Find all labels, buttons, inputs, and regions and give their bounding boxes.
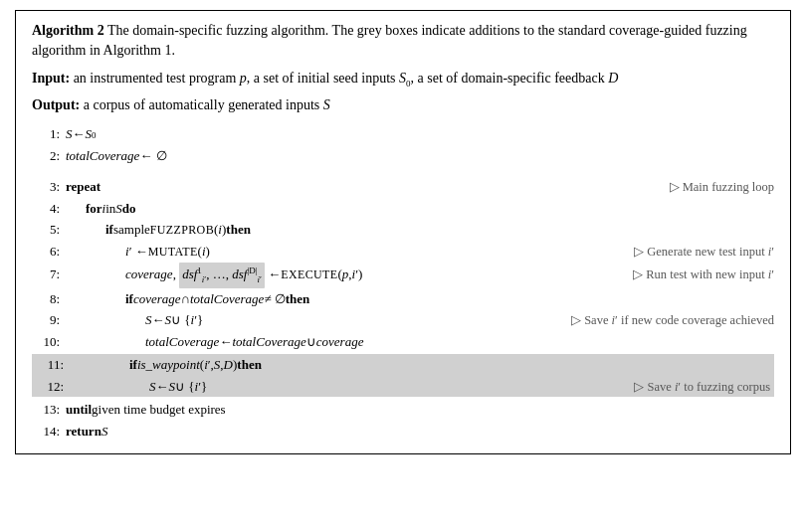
comment-6: ▷ Generate new test input i′	[614, 242, 774, 263]
line-14: 14: return S	[32, 421, 774, 442]
line-content-12: S ← S ∪ {i′} ▷ Save i′ to fuzzing corpus	[70, 376, 770, 398]
comment-7: ▷ Run test with new input i′	[613, 265, 774, 285]
line-num-10: 10:	[32, 331, 60, 352]
keyword-return: return	[66, 421, 101, 442]
input-section: Input: an instrumented test program p, a…	[32, 68, 774, 90]
line-8: 8: if coverage ∩ totalCoverage ≠ ∅ then	[32, 288, 774, 309]
line-5: 5: if sample FuzzProb(i) then	[32, 219, 774, 241]
keyword-if-8: if	[125, 288, 133, 309]
line-content-14: return S	[66, 421, 774, 442]
comment-9: ▷ Save i′ if new code coverage achieved	[551, 310, 774, 331]
line-2: 2: totalCoverage ← ∅	[32, 145, 774, 166]
algorithm-container: Algorithm 2 The domain-specific fuzzing …	[15, 10, 791, 454]
line-content-6: i′ ← Mutate(i) ▷ Generate new test input…	[66, 241, 774, 263]
line-num-4: 4:	[32, 198, 60, 219]
keyword-do: do	[122, 198, 136, 219]
line-num-14: 14:	[32, 421, 60, 442]
line-4: 4: for i in S do	[32, 198, 774, 219]
algorithm-body: 1: S ← S0 2: totalCoverage ← ∅ 3: repeat…	[32, 123, 774, 442]
algorithm-label: Algorithm 2	[32, 23, 104, 38]
comment-3: ▷ Main fuzzing loop	[650, 177, 774, 198]
keyword-until: until	[66, 399, 92, 420]
highlight-block: 11: if is_waypoint(i′, S, D) then 12: S …	[32, 354, 774, 397]
line-content-8: if coverage ∩ totalCoverage ≠ ∅ then	[66, 288, 774, 309]
input-label: Input:	[32, 71, 70, 86]
line-content-9: S ← S ∪ {i′} ▷ Save i′ if new code cover…	[66, 309, 774, 331]
line-num-12: 12:	[36, 376, 64, 397]
keyword-then-11: then	[237, 354, 262, 375]
line-11: 11: if is_waypoint(i′, S, D) then	[36, 354, 770, 375]
line-num-5: 5:	[32, 219, 60, 240]
line-num-13: 13:	[32, 399, 60, 420]
line-num-7: 7:	[32, 264, 60, 284]
output-section: Output: a corpus of automatically genera…	[32, 94, 774, 115]
algorithm-desc-text: The domain-specific fuzzing algorithm. T…	[32, 23, 747, 58]
line-content-1: S ← S0	[66, 123, 774, 144]
line-content-5: if sample FuzzProb(i) then	[66, 219, 774, 241]
keyword-if-11: if	[129, 354, 137, 375]
output-text: a corpus of automatically generated inpu…	[84, 97, 330, 112]
line-content-3: repeat ▷ Main fuzzing loop	[66, 176, 774, 198]
line-num-9: 9:	[32, 309, 60, 330]
line-6: 6: i′ ← Mutate(i) ▷ Generate new test in…	[32, 241, 774, 263]
line-10: 10: totalCoverage ← totalCoverage ∪ cove…	[32, 331, 774, 352]
input-text: an instrumented test program p, a set of…	[74, 71, 619, 86]
line-content-13: until given time budget expires	[66, 399, 774, 420]
line-9: 9: S ← S ∪ {i′} ▷ Save i′ if new code co…	[32, 309, 774, 331]
keyword-then-8: then	[286, 288, 310, 309]
line-content-10: totalCoverage ← totalCoverage ∪ coverage	[66, 331, 774, 352]
line-num-8: 8:	[32, 288, 60, 309]
line-num-11: 11:	[36, 354, 64, 375]
highlight-dsf: dsf1i′, …, dsf|D|i′	[179, 263, 265, 288]
line-num-1: 1:	[32, 123, 60, 144]
line-13: 13: until given time budget expires	[32, 399, 774, 420]
comment-12: ▷ Save i′ to fuzzing corpus	[614, 377, 770, 398]
line-7: 7: coverage, dsf1i′, …, dsf|D|i′ ← Execu…	[32, 263, 774, 288]
keyword-repeat: repeat	[66, 176, 101, 197]
keyword-if-5: if	[105, 219, 113, 240]
line-1: 1: S ← S0	[32, 123, 774, 144]
keyword-then-5: then	[226, 219, 251, 240]
line-num-6: 6:	[32, 241, 60, 262]
keyword-for: for	[86, 198, 102, 219]
line-num-2: 2:	[32, 145, 60, 166]
algorithm-header: Algorithm 2 The domain-specific fuzzing …	[32, 21, 774, 60]
line-num-3: 3:	[32, 176, 60, 197]
line-content-4: for i in S do	[66, 198, 774, 219]
line-content-11: if is_waypoint(i′, S, D) then	[70, 354, 770, 375]
line-content-2: totalCoverage ← ∅	[66, 145, 774, 166]
line-content-7: coverage, dsf1i′, …, dsf|D|i′ ← Execute(…	[66, 263, 774, 288]
spacer-1	[32, 166, 774, 176]
line-12: 12: S ← S ∪ {i′} ▷ Save i′ to fuzzing co…	[36, 376, 770, 398]
line-3: 3: repeat ▷ Main fuzzing loop	[32, 176, 774, 198]
output-label: Output:	[32, 97, 80, 112]
